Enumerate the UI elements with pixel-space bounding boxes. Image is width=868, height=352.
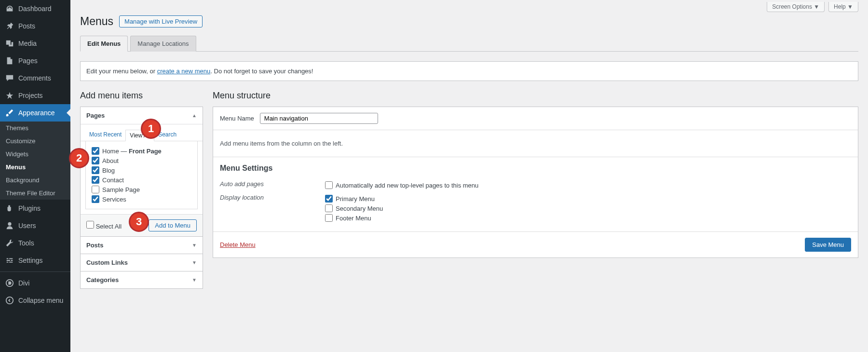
save-menu-button[interactable]: Save Menu (805, 238, 851, 252)
nav-posts[interactable]: Posts (0, 17, 70, 35)
auto-add-checkbox[interactable]: Automatically add new top-level pages to… (325, 180, 478, 190)
chevron-down-icon: ▼ (192, 277, 197, 283)
posts-toggle[interactable]: Posts▼ (81, 237, 203, 254)
nav-appearance[interactable]: Appearance (0, 104, 70, 122)
collapse-icon (5, 296, 14, 305)
nav-settings[interactable]: Settings (0, 252, 70, 269)
gauge-icon (5, 4, 14, 14)
create-menu-link[interactable]: create a new menu (157, 68, 211, 75)
chevron-down-icon: ▼ (192, 260, 197, 265)
submenu-theme-editor[interactable]: Theme File Editor (0, 187, 70, 200)
nav-tabs: Edit Menus Manage Locations (80, 35, 858, 52)
nav-divi[interactable]: Divi (0, 274, 70, 292)
custom-links-toggle[interactable]: Custom Links▼ (81, 254, 203, 271)
comment-icon (5, 73, 14, 83)
help-button[interactable]: Help ▼ (828, 2, 858, 12)
page-item-sample[interactable]: Sample Page (92, 185, 191, 194)
pin-icon (5, 21, 14, 31)
menu-structure-title: Menu structure (213, 91, 858, 101)
add-to-menu-button[interactable]: Add to Menu (149, 219, 197, 231)
nav-collapse[interactable]: Collapse menu (0, 292, 70, 309)
main-content: Screen Options ▼ Help ▼ Menus Manage wit… (70, 0, 868, 352)
tab-most-recent[interactable]: Most Recent (85, 129, 125, 141)
page-item-home[interactable]: Home — Front Page (92, 146, 191, 156)
page-icon (5, 56, 14, 66)
nav-plugins[interactable]: Plugins (0, 200, 70, 217)
menu-structure-panel: Menu Name Add menu items from the column… (213, 107, 858, 258)
pages-metabox: 1 2 Pages ▲ Most Recent View All Search (80, 107, 203, 237)
star-icon (5, 91, 14, 100)
chevron-up-icon: ▲ (192, 113, 197, 118)
empty-instruction: Add menu items from the column on the le… (213, 130, 858, 157)
submenu-widgets[interactable]: Widgets (0, 148, 70, 161)
annotation-3: 3 (129, 212, 149, 232)
custom-links-metabox: Custom Links▼ (80, 254, 203, 271)
annotation-1: 1 (141, 119, 161, 139)
select-all[interactable]: Select All (86, 221, 122, 230)
submenu-customize[interactable]: Customize (0, 135, 70, 148)
submenu-background[interactable]: Background (0, 174, 70, 187)
auto-add-label: Auto add pages (220, 180, 325, 188)
nav-pages[interactable]: Pages (0, 52, 70, 69)
nav-dashboard[interactable]: Dashboard (0, 0, 70, 17)
svg-point-1 (6, 297, 13, 304)
tab-manage-locations[interactable]: Manage Locations (130, 36, 196, 52)
page-item-about[interactable]: About (92, 156, 191, 165)
delete-menu-link[interactable]: Delete Menu (220, 241, 256, 248)
pages-toggle[interactable]: Pages ▲ (81, 107, 203, 124)
categories-metabox: Categories▼ (80, 271, 203, 289)
nav-projects[interactable]: Projects (0, 87, 70, 104)
nav-media[interactable]: Media (0, 35, 70, 52)
page-title: Menus (80, 15, 113, 28)
submenu-themes[interactable]: Themes (0, 122, 70, 135)
brush-icon (5, 108, 14, 118)
location-secondary[interactable]: Secondary Menu (325, 203, 383, 213)
sliders-icon (5, 256, 14, 265)
user-icon (5, 221, 14, 230)
chevron-down-icon: ▼ (192, 243, 197, 248)
page-item-contact[interactable]: Contact (92, 175, 191, 185)
divi-icon (5, 278, 14, 288)
page-item-services[interactable]: Services (92, 194, 191, 204)
display-location-label: Display location (220, 194, 325, 201)
location-footer[interactable]: Footer Menu (325, 213, 383, 223)
appearance-submenu: Themes Customize Widgets Menus Backgroun… (0, 122, 70, 200)
nav-tools[interactable]: Tools (0, 234, 70, 252)
menu-name-label: Menu Name (220, 115, 254, 122)
screen-options-button[interactable]: Screen Options ▼ (767, 2, 825, 12)
location-primary[interactable]: Primary Menu (325, 194, 383, 203)
posts-metabox: Posts▼ (80, 237, 203, 254)
tab-edit-menus[interactable]: Edit Menus (80, 36, 128, 52)
menu-settings-title: Menu Settings (220, 164, 851, 173)
submenu-menus[interactable]: Menus (0, 161, 70, 174)
wrench-icon (5, 238, 14, 248)
add-items-title: Add menu items (80, 91, 203, 101)
plug-icon (5, 203, 14, 213)
nav-users[interactable]: Users (0, 217, 70, 234)
nav-comments[interactable]: Comments (0, 69, 70, 87)
annotation-2: 2 (69, 148, 89, 168)
menu-name-input[interactable] (260, 113, 378, 124)
admin-sidebar: Dashboard Posts Media Pages Comments Pro… (0, 0, 70, 352)
info-notice: Edit your menu below, or create a new me… (80, 61, 858, 81)
live-preview-button[interactable]: Manage with Live Preview (119, 15, 203, 27)
categories-toggle[interactable]: Categories▼ (81, 271, 203, 288)
media-icon (5, 39, 14, 48)
page-item-blog[interactable]: Blog (92, 165, 191, 175)
